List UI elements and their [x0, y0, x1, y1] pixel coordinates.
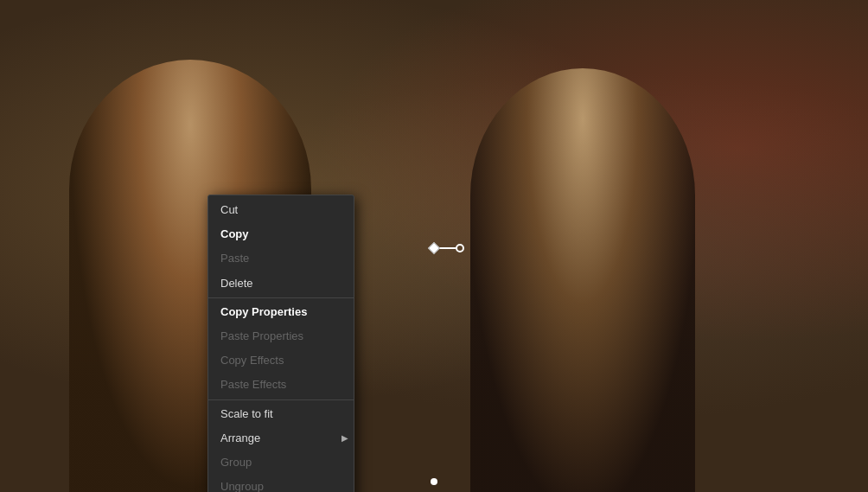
menu-item-label-copy: Copy: [220, 227, 249, 242]
keyframe-handle[interactable]: [430, 244, 464, 252]
person-right: [470, 68, 695, 492]
menu-item-label-ungroup: Ungroup: [220, 479, 264, 492]
menu-item-label-delete: Delete: [220, 276, 253, 291]
menu-separator-separator1: [208, 297, 354, 298]
menu-item-scale_to_fit[interactable]: Scale to fit: [208, 402, 354, 426]
menu-arrow-icon-arrange: ▶: [341, 432, 348, 444]
menu-item-copy[interactable]: Copy: [208, 222, 354, 246]
menu-item-paste: Paste: [208, 246, 354, 271]
context-menu: CutCopyPasteDeleteCopy PropertiesPaste P…: [207, 195, 354, 492]
menu-item-cut[interactable]: Cut: [208, 198, 354, 222]
menu-item-arrange[interactable]: Arrange▶: [208, 426, 354, 450]
menu-item-label-group: Group: [220, 455, 252, 470]
menu-item-copy_effects: Copy Effects: [208, 348, 354, 373]
menu-item-copy_properties[interactable]: Copy Properties: [208, 300, 354, 324]
timeline-position-dot: [431, 478, 437, 485]
keyframe-diamond: [428, 242, 440, 254]
menu-item-label-paste: Paste: [220, 251, 249, 266]
menu-item-paste_properties: Paste Properties: [208, 324, 354, 348]
keyframe-circle: [456, 244, 464, 252]
menu-item-label-paste_effects: Paste Effects: [220, 377, 286, 393]
menu-separator-separator2: [208, 399, 354, 400]
menu-item-label-copy_properties: Copy Properties: [220, 304, 307, 320]
menu-item-paste_effects: Paste Effects: [208, 373, 354, 397]
menu-item-label-paste_properties: Paste Properties: [220, 329, 303, 344]
menu-item-label-cut: Cut: [220, 202, 238, 218]
menu-item-ungroup: Ungroup: [208, 475, 354, 492]
menu-item-group: Group: [208, 450, 354, 475]
menu-item-label-scale_to_fit: Scale to fit: [220, 406, 273, 422]
menu-item-label-copy_effects: Copy Effects: [220, 353, 284, 368]
menu-item-label-arrange: Arrange: [220, 431, 260, 446]
menu-item-delete[interactable]: Delete: [208, 272, 354, 296]
keyframe-line: [438, 247, 456, 249]
